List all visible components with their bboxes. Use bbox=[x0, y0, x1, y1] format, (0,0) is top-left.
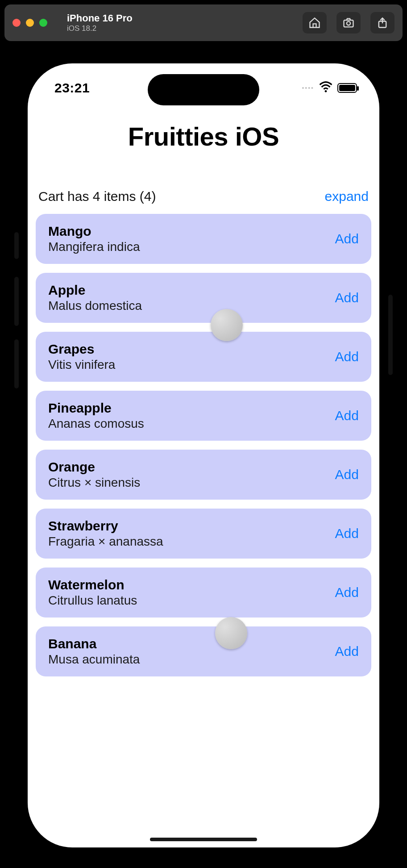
list-item: Orange Citrus × sinensis Add bbox=[36, 450, 371, 500]
list-item: Strawberry Fragaria × ananassa Add bbox=[36, 509, 371, 559]
simulator-title-block: iPhone 16 Pro iOS 18.2 bbox=[67, 13, 133, 33]
add-button[interactable]: Add bbox=[335, 585, 359, 600]
volume-down-button[interactable] bbox=[14, 339, 19, 388]
fruit-subtitle: Fragaria × ananassa bbox=[48, 534, 163, 549]
svg-point-3 bbox=[325, 90, 327, 92]
svg-point-1 bbox=[347, 21, 350, 25]
share-button[interactable] bbox=[370, 12, 395, 33]
phone-frame: 23:21 •••• Fruitties iOS Cart has 4 item… bbox=[18, 54, 389, 857]
list-item: Watermelon Citrullus lanatus Add bbox=[36, 568, 371, 618]
simulator-device: iPhone 16 Pro bbox=[67, 13, 133, 24]
fruit-name: Orange bbox=[48, 459, 140, 475]
wifi-icon bbox=[319, 80, 333, 96]
app-content: Fruitties iOS Cart has 4 items (4) expan… bbox=[28, 113, 379, 847]
status-time: 23:21 bbox=[54, 80, 90, 96]
fruit-subtitle: Citrus × sinensis bbox=[48, 476, 140, 490]
screenshot-button[interactable] bbox=[336, 12, 361, 33]
add-button[interactable]: Add bbox=[335, 231, 359, 246]
cellular-icon: •••• bbox=[302, 84, 314, 92]
fruit-name: Mango bbox=[48, 224, 140, 239]
fruit-name: Banana bbox=[48, 636, 140, 651]
add-button[interactable]: Add bbox=[335, 349, 359, 364]
fruit-list: Mango Mangifera indica Add Apple Malus d… bbox=[36, 214, 371, 676]
simulator-os: iOS 18.2 bbox=[67, 24, 133, 33]
list-item: Apple Malus domestica Add bbox=[36, 273, 371, 323]
home-button[interactable] bbox=[303, 12, 327, 33]
mute-switch[interactable] bbox=[14, 232, 19, 259]
fruit-subtitle: Ananas comosus bbox=[48, 417, 144, 431]
fruit-name: Strawberry bbox=[48, 518, 163, 534]
fruit-name: Pineapple bbox=[48, 401, 144, 416]
dynamic-island bbox=[148, 74, 259, 105]
fruit-subtitle: Vitis vinifera bbox=[48, 358, 115, 372]
touch-indicator bbox=[211, 309, 243, 341]
list-item: Banana Musa acuminata Add bbox=[36, 626, 371, 676]
home-indicator[interactable] bbox=[150, 838, 257, 841]
page-title: Fruitties iOS bbox=[36, 121, 371, 151]
fruit-name: Apple bbox=[48, 283, 142, 298]
touch-indicator bbox=[215, 617, 247, 649]
cart-label: Cart has 4 items (4) bbox=[38, 189, 156, 204]
maximize-icon[interactable] bbox=[39, 19, 47, 27]
list-item: Pineapple Ananas comosus Add bbox=[36, 391, 371, 441]
expand-button[interactable]: expand bbox=[325, 189, 369, 204]
phone-screen: 23:21 •••• Fruitties iOS Cart has 4 item… bbox=[28, 63, 379, 847]
list-item: Grapes Vitis vinifera Add bbox=[36, 332, 371, 382]
add-button[interactable]: Add bbox=[335, 526, 359, 541]
simulator-toolbar: iPhone 16 Pro iOS 18.2 bbox=[4, 4, 403, 41]
fruit-subtitle: Citrullus lanatus bbox=[48, 593, 137, 608]
home-icon bbox=[308, 17, 321, 29]
minimize-icon[interactable] bbox=[26, 19, 34, 27]
battery-icon bbox=[337, 83, 357, 93]
share-icon bbox=[376, 17, 389, 29]
close-icon[interactable] bbox=[12, 19, 21, 27]
add-button[interactable]: Add bbox=[335, 290, 359, 305]
fruit-subtitle: Musa acuminata bbox=[48, 652, 140, 667]
fruit-name: Watermelon bbox=[48, 577, 137, 593]
add-button[interactable]: Add bbox=[335, 408, 359, 423]
power-button[interactable] bbox=[388, 295, 393, 375]
volume-up-button[interactable] bbox=[14, 277, 19, 326]
add-button[interactable]: Add bbox=[335, 644, 359, 659]
list-item: Mango Mangifera indica Add bbox=[36, 214, 371, 264]
fruit-subtitle: Malus domestica bbox=[48, 299, 142, 313]
cart-row: Cart has 4 items (4) expand bbox=[36, 189, 371, 212]
fruit-name: Grapes bbox=[48, 342, 115, 357]
add-button[interactable]: Add bbox=[335, 467, 359, 482]
window-controls bbox=[12, 19, 47, 27]
camera-icon bbox=[342, 17, 355, 29]
fruit-subtitle: Mangifera indica bbox=[48, 240, 140, 254]
